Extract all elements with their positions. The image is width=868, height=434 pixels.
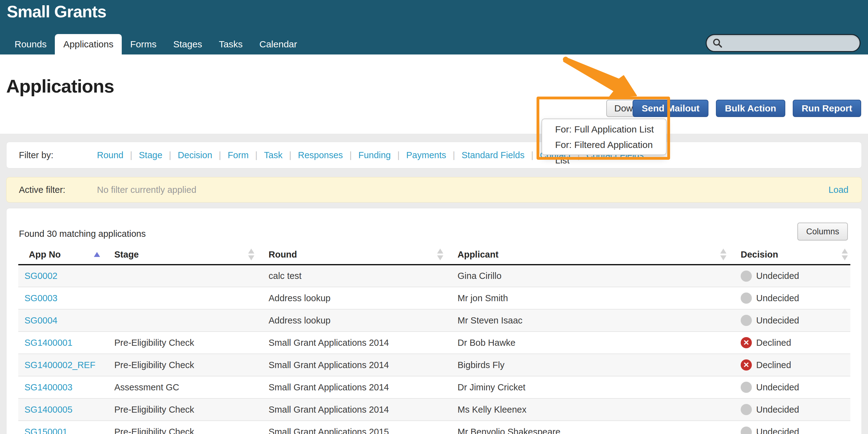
decision-label: Declined xyxy=(756,360,791,370)
filter-bar: Filter by: Round|Stage|Decision|Form|Tas… xyxy=(6,142,862,168)
column-header-stage[interactable]: Stage xyxy=(108,245,262,265)
sort-icon xyxy=(842,248,848,260)
page-title: Applications xyxy=(6,75,114,97)
tab-forms[interactable]: Forms xyxy=(122,34,165,55)
cell-app-no: SG1400002_REF xyxy=(18,354,108,376)
filter-separator: | xyxy=(349,150,352,160)
column-header-label: Decision xyxy=(741,249,778,259)
undecided-status-icon xyxy=(741,293,752,304)
table-row: SG1400001Pre-Eligibility CheckSmall Gran… xyxy=(18,332,850,354)
cell-round: Small Grant Applications 2015 xyxy=(262,421,451,434)
cell-round: Address lookup xyxy=(262,287,451,309)
column-header-applicant[interactable]: Applicant xyxy=(451,245,735,265)
cell-app-no: SG1400003 xyxy=(18,376,108,398)
run-report-button[interactable]: Run Report xyxy=(793,100,861,117)
send-mailout-button[interactable]: Send Mailout xyxy=(632,100,709,117)
app-header: Small Grants RoundsApplicationsFormsStag… xyxy=(0,0,868,55)
application-link[interactable]: SG150001 xyxy=(25,427,67,434)
table-body: SG0002calc testGina CirilloUndecidedSG00… xyxy=(18,265,850,434)
cell-stage xyxy=(108,265,262,287)
column-header-app-no[interactable]: App No xyxy=(18,245,108,265)
table-row: SG0003Address lookupMr jon SmithUndecide… xyxy=(18,287,850,309)
decision-label: Undecided xyxy=(756,427,799,434)
cell-stage xyxy=(108,287,262,309)
download-dropdown-menu: For: Full Application ListFor: Filtered … xyxy=(541,119,666,155)
cell-app-no: SG1400001 xyxy=(18,332,108,354)
filter-link-round[interactable]: Round xyxy=(97,150,123,160)
filter-separator: | xyxy=(531,150,533,160)
cell-decision: Undecided xyxy=(735,287,850,309)
filter-separator: | xyxy=(169,150,171,160)
cell-decision: Undecided xyxy=(735,398,850,421)
column-header-label: App No xyxy=(29,249,61,259)
download-dropdown-item-2[interactable]: For: Filtered Application List xyxy=(542,137,666,153)
tab-rounds[interactable]: Rounds xyxy=(6,34,55,55)
load-filter-link[interactable]: Load xyxy=(828,185,848,195)
decision-label: Undecided xyxy=(756,405,799,415)
column-header-label: Stage xyxy=(114,249,139,259)
filter-link-stage[interactable]: Stage xyxy=(139,150,162,160)
cell-decision: ✕Declined xyxy=(735,332,850,354)
decision-label: Undecided xyxy=(756,382,799,393)
cell-round: Small Grant Applications 2014 xyxy=(262,354,451,376)
undecided-status-icon xyxy=(741,315,752,326)
filter-link-task[interactable]: Task xyxy=(264,150,282,160)
cell-round: Small Grant Applications 2014 xyxy=(262,376,451,398)
cell-stage: Pre-Eligibility Check xyxy=(108,332,262,354)
application-link[interactable]: SG0004 xyxy=(25,315,57,325)
table-row: SG0002calc testGina CirilloUndecided xyxy=(18,265,850,287)
columns-button[interactable]: Columns xyxy=(797,223,848,240)
filter-link-decision[interactable]: Decision xyxy=(178,150,212,160)
column-header-round[interactable]: Round xyxy=(262,245,451,265)
cell-decision: Undecided xyxy=(735,265,850,287)
table-row: SG150001Pre-Eligibility CheckSmall Grant… xyxy=(18,421,850,434)
application-link[interactable]: SG1400003 xyxy=(25,382,72,392)
results-summary: Found 30 matching applications xyxy=(19,229,146,239)
sort-ascending-icon xyxy=(94,252,100,257)
undecided-status-icon xyxy=(741,271,752,282)
application-link[interactable]: SG1400001 xyxy=(25,338,72,347)
cell-applicant: Bigbirds Fly xyxy=(451,354,735,376)
search-input[interactable] xyxy=(726,38,854,48)
application-link[interactable]: SG1400002_REF xyxy=(25,360,95,370)
filter-separator: | xyxy=(453,150,455,160)
cell-decision: Undecided xyxy=(735,421,850,434)
search-icon xyxy=(712,38,723,48)
filter-by-label: Filter by: xyxy=(19,150,97,160)
cell-applicant: Dr Bob Hawke xyxy=(451,332,735,354)
cell-round: Small Grant Applications 2014 xyxy=(262,332,451,354)
undecided-status-icon xyxy=(741,404,752,415)
tab-calendar[interactable]: Calendar xyxy=(251,34,305,55)
filter-link-funding[interactable]: Funding xyxy=(359,150,391,160)
cell-applicant: Mr Benvolio Shakespeare xyxy=(451,421,735,434)
active-filter-value: No filter currently applied xyxy=(97,185,828,195)
cell-decision: Undecided xyxy=(735,376,850,398)
sort-icon xyxy=(437,248,443,260)
column-header-decision[interactable]: Decision xyxy=(735,245,850,265)
application-link[interactable]: SG0002 xyxy=(25,271,57,281)
bulk-action-button[interactable]: Bulk Action xyxy=(716,100,785,117)
filter-separator: | xyxy=(130,150,132,160)
cell-applicant: Mr jon Smith xyxy=(451,287,735,309)
application-link[interactable]: SG1400005 xyxy=(25,405,72,414)
tab-stages[interactable]: Stages xyxy=(165,34,210,55)
filter-link-payments[interactable]: Payments xyxy=(406,150,446,160)
filter-link-responses[interactable]: Responses xyxy=(298,150,343,160)
cell-stage: Assessment GC xyxy=(108,376,262,398)
cell-applicant: Dr Jiminy Cricket xyxy=(451,376,735,398)
tab-tasks[interactable]: Tasks xyxy=(211,34,251,55)
tab-applications[interactable]: Applications xyxy=(55,34,122,55)
download-dropdown-item-1[interactable]: For: Full Application List xyxy=(542,122,666,137)
filter-separator: | xyxy=(219,150,221,160)
table-row: SG1400002_REFPre-Eligibility CheckSmall … xyxy=(18,354,850,376)
application-window: Small Grants RoundsApplicationsFormsStag… xyxy=(0,0,868,434)
cell-applicant: Gina Cirillo xyxy=(451,265,735,287)
toolbar-actions: Send MailoutBulk ActionRun Report xyxy=(632,100,861,117)
filter-link-form[interactable]: Form xyxy=(228,150,249,160)
search-box[interactable] xyxy=(706,34,861,52)
filter-link-standard-fields[interactable]: Standard Fields xyxy=(462,150,524,160)
application-link[interactable]: SG0003 xyxy=(25,293,57,303)
cell-applicant: Ms Kelly Kleenex xyxy=(451,398,735,421)
active-filter-label: Active filter: xyxy=(19,185,97,195)
declined-status-icon: ✕ xyxy=(741,359,752,371)
